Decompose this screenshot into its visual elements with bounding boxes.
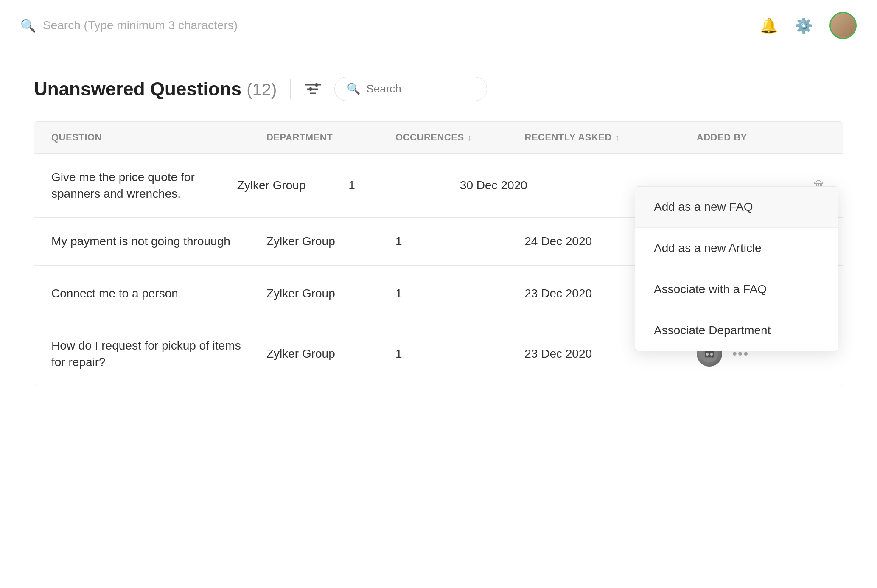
svg-point-6 bbox=[309, 87, 312, 91]
occurrences-value: 1 bbox=[395, 287, 524, 300]
recently-asked-value: 30 Dec 2020 bbox=[460, 179, 608, 192]
table-header: QUESTION DEPARTMENT OCCURENCES ↕ RECENTL… bbox=[34, 122, 843, 154]
department-text: Zylker Group bbox=[266, 287, 395, 300]
associate-faq-option[interactable]: Associate with a FAQ bbox=[635, 269, 838, 310]
table-search-container[interactable]: 🔍 bbox=[334, 77, 487, 101]
global-search-placeholder: Search (Type minimum 3 characters) bbox=[43, 19, 238, 32]
question-text: My payment is not going throuugh bbox=[51, 233, 266, 249]
svg-point-4 bbox=[315, 83, 318, 87]
user-avatar[interactable] bbox=[829, 12, 857, 39]
col-department: DEPARTMENT bbox=[266, 132, 395, 143]
global-search-bar[interactable]: 🔍 Search (Type minimum 3 characters) bbox=[20, 18, 760, 33]
question-count: (12) bbox=[247, 80, 277, 99]
occurrences-value: 1 bbox=[348, 179, 460, 192]
main-content: Unanswered Questions (12) 🔍 QUESTION bbox=[0, 51, 877, 412]
col-added-by: ADDED BY bbox=[697, 132, 826, 143]
svg-point-16 bbox=[710, 353, 713, 356]
associate-dept-option[interactable]: Associate Department bbox=[635, 310, 838, 351]
top-navigation: 🔍 Search (Type minimum 3 characters) 🔔 ⚙… bbox=[0, 0, 877, 51]
occurrences-value: 1 bbox=[395, 235, 524, 248]
svg-rect-17 bbox=[706, 357, 712, 358]
department-text: Zylker Group bbox=[237, 179, 349, 192]
occurrences-value: 1 bbox=[395, 347, 524, 361]
svg-point-15 bbox=[706, 353, 709, 356]
occurrences-sort-icon: ↕ bbox=[468, 133, 472, 143]
table-search-icon: 🔍 bbox=[347, 82, 360, 95]
row-actions: Add as a new FAQ Add as a new Article As… bbox=[608, 178, 826, 193]
add-faq-option[interactable]: Add as a new FAQ bbox=[635, 187, 838, 228]
settings-icon[interactable]: ⚙️ bbox=[795, 17, 813, 34]
bell-icon[interactable]: 🔔 bbox=[760, 17, 778, 34]
department-text: Zylker Group bbox=[266, 347, 395, 361]
col-recently-asked[interactable]: RECENTLY ASKED ↕ bbox=[524, 132, 697, 143]
global-search-icon: 🔍 bbox=[20, 18, 36, 33]
col-occurrences[interactable]: OCCURENCES ↕ bbox=[395, 132, 524, 143]
department-text: Zylker Group bbox=[266, 235, 395, 248]
filter-button[interactable] bbox=[305, 82, 321, 96]
header-divider bbox=[290, 79, 291, 99]
add-article-option[interactable]: Add as a new Article bbox=[635, 228, 838, 269]
recently-asked-sort-icon: ↕ bbox=[615, 133, 620, 143]
questions-table: QUESTION DEPARTMENT OCCURENCES ↕ RECENTL… bbox=[34, 121, 843, 386]
nav-icons-group: 🔔 ⚙️ bbox=[760, 12, 857, 39]
context-dropdown-menu: Add as a new FAQ Add as a new Article As… bbox=[635, 186, 838, 351]
table-row: Give me the price quote for spanners and… bbox=[34, 154, 843, 218]
question-text: Give me the price quote for spanners and… bbox=[51, 169, 237, 202]
page-title: Unanswered Questions (12) bbox=[34, 78, 277, 100]
question-text: Connect me to a person bbox=[51, 285, 266, 302]
page-header: Unanswered Questions (12) 🔍 bbox=[34, 77, 843, 101]
question-text: How do I request for pickup of items for… bbox=[51, 337, 266, 370]
col-question: QUESTION bbox=[51, 132, 266, 143]
table-search-input[interactable] bbox=[366, 82, 460, 95]
